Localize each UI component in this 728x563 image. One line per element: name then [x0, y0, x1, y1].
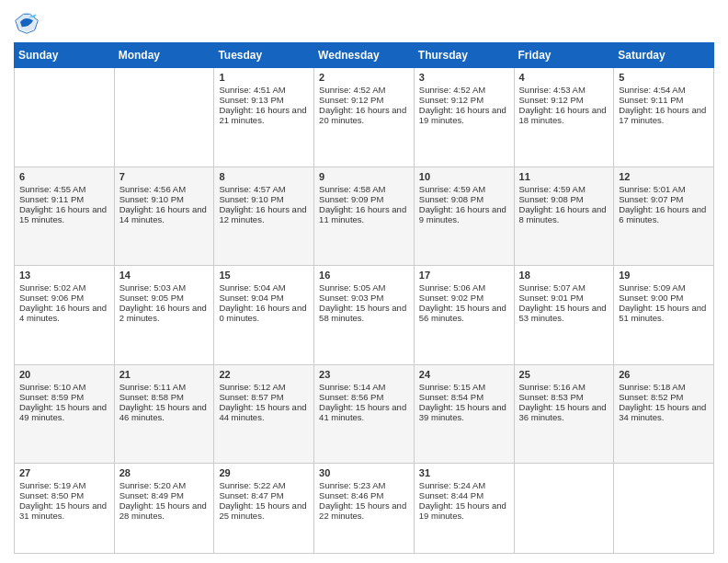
- day-info: Sunrise: 4:54 AM: [619, 85, 709, 95]
- logo: [14, 9, 43, 35]
- day-number: 31: [419, 467, 509, 478]
- day-number: 23: [319, 369, 409, 380]
- day-info: Daylight: 15 hours and 25 minutes.: [219, 500, 309, 521]
- calendar-day-header: Saturday: [614, 43, 714, 68]
- day-info: Sunrise: 5:15 AM: [419, 382, 509, 392]
- day-number: 9: [319, 171, 409, 182]
- day-info: Sunset: 9:06 PM: [19, 293, 109, 303]
- day-info: Sunrise: 4:59 AM: [419, 184, 509, 194]
- calendar-cell: 9Sunrise: 4:58 AMSunset: 9:09 PMDaylight…: [314, 167, 415, 266]
- calendar-cell: 29Sunrise: 5:22 AMSunset: 8:47 PMDayligh…: [214, 464, 314, 554]
- day-info: Sunset: 9:08 PM: [419, 194, 509, 204]
- day-info: Sunset: 9:00 PM: [619, 293, 709, 303]
- day-number: 7: [119, 171, 210, 182]
- day-number: 27: [19, 467, 109, 478]
- calendar-cell: 21Sunrise: 5:11 AMSunset: 8:58 PMDayligh…: [114, 364, 214, 464]
- day-info: Sunset: 8:59 PM: [19, 392, 109, 402]
- logo-icon: [14, 9, 40, 35]
- day-info: Daylight: 15 hours and 34 minutes.: [619, 402, 709, 422]
- calendar-cell: [114, 68, 214, 167]
- calendar-week-row: 1Sunrise: 4:51 AMSunset: 9:13 PMDaylight…: [15, 68, 714, 167]
- calendar-week-row: 13Sunrise: 5:02 AMSunset: 9:06 PMDayligh…: [15, 266, 714, 365]
- day-info: Sunset: 9:10 PM: [119, 194, 210, 204]
- day-info: Daylight: 15 hours and 51 minutes.: [619, 303, 709, 323]
- day-info: Daylight: 16 hours and 18 minutes.: [519, 105, 609, 125]
- calendar-week-row: 6Sunrise: 4:55 AMSunset: 9:11 PMDaylight…: [15, 167, 714, 266]
- day-number: 22: [219, 369, 309, 380]
- day-info: Daylight: 15 hours and 19 minutes.: [419, 500, 509, 521]
- day-info: Sunrise: 4:55 AM: [19, 184, 109, 194]
- day-info: Daylight: 15 hours and 49 minutes.: [19, 402, 109, 422]
- day-info: Daylight: 15 hours and 46 minutes.: [119, 402, 210, 422]
- day-info: Sunset: 9:01 PM: [519, 293, 609, 303]
- day-info: Sunset: 9:07 PM: [619, 194, 709, 204]
- calendar-cell: 3Sunrise: 4:52 AMSunset: 9:12 PMDaylight…: [414, 68, 514, 167]
- calendar-cell: 20Sunrise: 5:10 AMSunset: 8:59 PMDayligh…: [15, 364, 115, 464]
- calendar-day-header: Monday: [114, 43, 214, 68]
- calendar-cell: 8Sunrise: 4:57 AMSunset: 9:10 PMDaylight…: [214, 167, 314, 266]
- day-number: 8: [219, 171, 309, 182]
- calendar-cell: 26Sunrise: 5:18 AMSunset: 8:52 PMDayligh…: [614, 364, 714, 464]
- day-info: Sunrise: 4:51 AM: [219, 85, 309, 95]
- day-info: Sunset: 8:56 PM: [319, 392, 409, 402]
- calendar-cell: 4Sunrise: 4:53 AMSunset: 9:12 PMDaylight…: [514, 68, 614, 167]
- calendar-cell: [514, 464, 614, 554]
- day-info: Daylight: 16 hours and 17 minutes.: [619, 105, 709, 125]
- day-info: Sunset: 9:05 PM: [119, 293, 210, 303]
- day-info: Sunrise: 5:03 AM: [119, 282, 210, 293]
- day-info: Daylight: 16 hours and 20 minutes.: [319, 105, 409, 125]
- day-number: 26: [619, 369, 709, 380]
- day-info: Daylight: 16 hours and 9 minutes.: [419, 204, 509, 224]
- day-info: Sunset: 9:12 PM: [319, 95, 409, 105]
- calendar-cell: 17Sunrise: 5:06 AMSunset: 9:02 PMDayligh…: [414, 266, 514, 365]
- day-info: Daylight: 16 hours and 0 minutes.: [219, 303, 309, 323]
- day-number: 15: [219, 270, 309, 281]
- day-info: Sunset: 9:11 PM: [19, 194, 109, 204]
- day-number: 10: [419, 171, 509, 182]
- day-number: 5: [619, 72, 709, 83]
- day-info: Sunrise: 4:52 AM: [319, 85, 409, 95]
- day-info: Sunset: 8:44 PM: [419, 490, 509, 500]
- day-info: Daylight: 15 hours and 22 minutes.: [319, 500, 409, 521]
- calendar-cell: [614, 464, 714, 554]
- calendar-cell: 13Sunrise: 5:02 AMSunset: 9:06 PMDayligh…: [15, 266, 115, 365]
- day-number: 20: [19, 369, 109, 380]
- day-info: Sunrise: 5:16 AM: [519, 382, 609, 392]
- page: SundayMondayTuesdayWednesdayThursdayFrid…: [0, 0, 728, 563]
- calendar-cell: [15, 68, 115, 167]
- calendar-cell: 6Sunrise: 4:55 AMSunset: 9:11 PMDaylight…: [15, 167, 115, 266]
- day-info: Sunset: 9:10 PM: [219, 194, 309, 204]
- day-info: Sunset: 9:08 PM: [519, 194, 609, 204]
- day-info: Sunset: 8:47 PM: [219, 490, 309, 500]
- day-info: Sunrise: 5:01 AM: [619, 184, 709, 194]
- day-number: 28: [119, 467, 210, 478]
- calendar-cell: 27Sunrise: 5:19 AMSunset: 8:50 PMDayligh…: [15, 464, 115, 554]
- day-info: Daylight: 15 hours and 56 minutes.: [419, 303, 509, 323]
- day-info: Sunset: 9:13 PM: [219, 95, 309, 105]
- day-info: Daylight: 15 hours and 28 minutes.: [119, 500, 210, 521]
- day-number: 18: [519, 270, 609, 281]
- day-info: Sunset: 9:11 PM: [619, 95, 709, 105]
- day-info: Sunset: 8:53 PM: [519, 392, 609, 402]
- calendar-cell: 14Sunrise: 5:03 AMSunset: 9:05 PMDayligh…: [114, 266, 214, 365]
- day-info: Sunrise: 5:22 AM: [219, 480, 309, 490]
- day-number: 1: [219, 72, 309, 83]
- day-info: Sunrise: 5:11 AM: [119, 382, 210, 392]
- day-info: Sunset: 8:49 PM: [119, 490, 210, 500]
- calendar-cell: 10Sunrise: 4:59 AMSunset: 9:08 PMDayligh…: [414, 167, 514, 266]
- calendar-day-header: Sunday: [15, 43, 115, 68]
- day-info: Sunrise: 5:12 AM: [219, 382, 309, 392]
- day-info: Daylight: 16 hours and 8 minutes.: [519, 204, 609, 224]
- day-info: Sunrise: 4:53 AM: [519, 85, 609, 95]
- day-info: Sunrise: 5:04 AM: [219, 282, 309, 293]
- day-info: Sunset: 9:02 PM: [419, 293, 509, 303]
- day-info: Daylight: 16 hours and 15 minutes.: [19, 204, 109, 224]
- header: [14, 9, 714, 35]
- day-info: Sunrise: 5:09 AM: [619, 282, 709, 293]
- day-number: 12: [619, 171, 709, 182]
- calendar-table: SundayMondayTuesdayWednesdayThursdayFrid…: [14, 42, 714, 554]
- calendar-cell: 12Sunrise: 5:01 AMSunset: 9:07 PMDayligh…: [614, 167, 714, 266]
- calendar-day-header: Tuesday: [214, 43, 314, 68]
- day-info: Daylight: 15 hours and 58 minutes.: [319, 303, 409, 323]
- calendar-day-header: Friday: [514, 43, 614, 68]
